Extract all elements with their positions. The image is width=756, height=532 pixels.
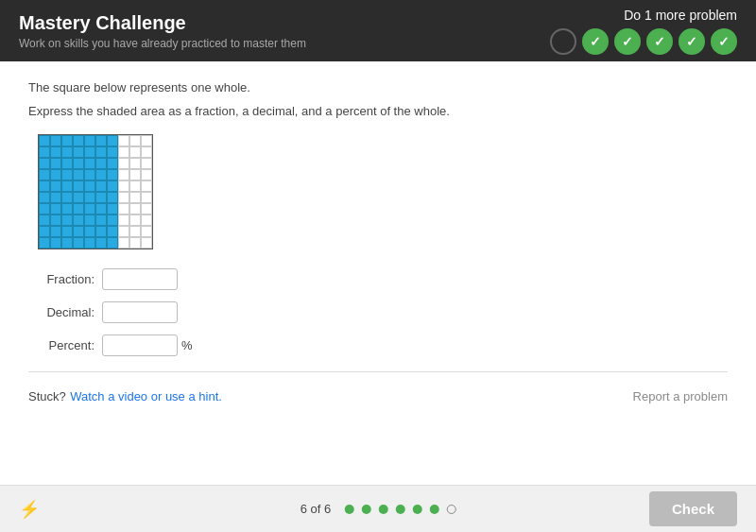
header-subtitle: Work on skills you have already practice… [19, 37, 306, 50]
progress-circles [550, 28, 737, 55]
grid-cell [84, 158, 95, 169]
grid-cell [95, 180, 107, 192]
hint-area: Stuck? Watch a video or use a hint. Repo… [28, 387, 728, 404]
stuck-text: Stuck? [28, 389, 66, 403]
grid-cell [141, 203, 152, 215]
bottom-left: ⚡ [19, 499, 40, 520]
grid-cell [61, 226, 73, 237]
question-line1: The square below represents one whole. [28, 80, 728, 94]
grid-cell [129, 135, 141, 146]
grid-cell [61, 180, 73, 192]
decimal-input[interactable] [102, 301, 178, 323]
grid-cell [84, 203, 95, 215]
progress-circle-6 [711, 28, 737, 55]
grid-cell [39, 237, 50, 249]
grid-cell [84, 226, 95, 237]
grid-cell [73, 192, 84, 203]
grid-cell [118, 169, 129, 180]
grid-cell [107, 192, 118, 203]
bottom-bar: ⚡ 6 of 6 Check [0, 485, 756, 532]
grid-cell [39, 180, 50, 192]
grid-cell [107, 203, 118, 215]
grid-cell [61, 215, 73, 226]
grid-cell [50, 226, 61, 237]
grid-cell [73, 158, 84, 169]
grid-cell [73, 237, 84, 249]
header-right: Do 1 more problem [550, 8, 737, 55]
grid-cell [39, 158, 50, 169]
check-button[interactable]: Check [649, 491, 737, 526]
grid-cell [84, 215, 95, 226]
grid-cell [61, 169, 73, 180]
grid-cell [61, 237, 73, 249]
percent-input[interactable] [102, 335, 178, 356]
grid-cell [107, 146, 118, 158]
grid-cell [129, 180, 141, 192]
grid-cell [141, 237, 152, 249]
grid-cell [50, 215, 61, 226]
grid-cell [84, 135, 95, 146]
percent-label: Percent: [28, 338, 94, 352]
grid-cell [73, 203, 84, 215]
progress-circle-3 [614, 28, 641, 55]
grid-cell [39, 146, 50, 158]
dot-6 [429, 505, 438, 514]
grid-cell [39, 203, 50, 215]
grid-cell [129, 215, 141, 226]
progress-circle-1 [550, 28, 576, 55]
grid-cell [141, 135, 152, 146]
grid-cell [141, 192, 152, 203]
grid-cell [95, 158, 107, 169]
grid-cell [95, 226, 107, 237]
grid-cell [95, 215, 107, 226]
grid-cell [95, 192, 107, 203]
grid-cell [84, 169, 95, 180]
grid-cell [129, 237, 141, 249]
grid-cell [95, 146, 107, 158]
grid-cell [73, 135, 84, 146]
grid-cell [118, 135, 129, 146]
grid-cell [141, 146, 152, 158]
stuck-area: Stuck? Watch a video or use a hint. [28, 387, 222, 404]
grid-cell [118, 146, 129, 158]
hint-link[interactable]: Watch a video or use a hint. [70, 389, 222, 403]
grid-cell [50, 203, 61, 215]
progress-circle-4 [646, 28, 673, 55]
grid-cell [95, 237, 107, 249]
dot-2 [361, 505, 370, 514]
header-left: Mastery Challenge Work on skills you hav… [19, 12, 306, 50]
grid-cell [107, 237, 118, 249]
grid-container [38, 134, 153, 249]
grid-cell [50, 180, 61, 192]
grid-cell [118, 226, 129, 237]
grid-cell [50, 135, 61, 146]
grid-cell [129, 203, 141, 215]
grid-cell [50, 158, 61, 169]
grid-cell [141, 158, 152, 169]
fraction-input[interactable] [102, 268, 178, 290]
grid-cell [73, 169, 84, 180]
grid-cell [61, 203, 73, 215]
grid-cell [107, 158, 118, 169]
percent-symbol: % [181, 338, 193, 352]
grid-cell [50, 192, 61, 203]
question-line2: Express the shaded area as a fraction, a… [28, 104, 728, 118]
grid-cell [107, 226, 118, 237]
grid-cell [39, 192, 50, 203]
header: Mastery Challenge Work on skills you hav… [0, 0, 756, 61]
grid-cell [50, 169, 61, 180]
grid-cell [39, 215, 50, 226]
dot-4 [395, 505, 404, 514]
grid-cell [129, 158, 141, 169]
grid-cell [141, 180, 152, 192]
grid-cell [50, 146, 61, 158]
decimal-label: Decimal: [28, 305, 94, 319]
grid-cell [39, 226, 50, 237]
dot-1 [344, 505, 353, 514]
report-problem-link[interactable]: Report a problem [633, 389, 728, 403]
grid-cell [129, 192, 141, 203]
bottom-center: 6 of 6 [301, 502, 456, 516]
grid-cell [95, 203, 107, 215]
decimal-group: Decimal: [28, 301, 728, 323]
grid-visual [38, 134, 153, 249]
